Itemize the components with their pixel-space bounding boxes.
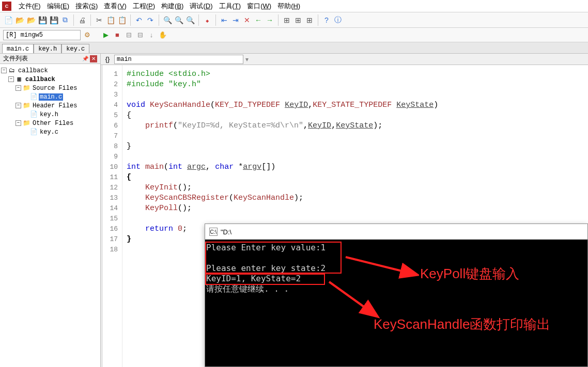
build-icon[interactable]: ⚙ (83, 30, 92, 40)
folder-icon: 📁 (22, 119, 30, 127)
tree-file[interactable]: 📄key.h (1, 110, 99, 119)
file-icon: 📄 (29, 110, 38, 118)
paste-icon[interactable]: 📋 (117, 15, 127, 25)
menu-b[interactable]: 构建(B) (158, 1, 187, 11)
menu-bar: C 文件(F)编辑(E)搜索(S)查看(V)工程(P)构建(B)调试(D)工具(… (0, 0, 588, 12)
nav1-icon[interactable]: ⇤ (219, 15, 229, 25)
project-icon: ▦ (15, 75, 23, 83)
menu-p[interactable]: 工程(P) (130, 1, 158, 11)
symbol-icon[interactable]: {} (103, 55, 112, 64)
annotation-box-1 (205, 242, 342, 274)
tree-file[interactable]: 📄key.c (1, 127, 99, 136)
file-tabs: main.ckey.hkey.c (0, 42, 588, 54)
file-tab[interactable]: key.c (61, 44, 89, 53)
console-body: Please Enter key value:1Please enter key… (205, 240, 587, 366)
bookmark-icon[interactable]: ⬥ (202, 15, 212, 25)
debug4-icon[interactable]: ✋ (158, 30, 167, 40)
info-icon[interactable]: ⓘ (333, 15, 343, 25)
file-icon: 📄 (29, 93, 38, 101)
nav3-icon[interactable]: ✕ (242, 15, 252, 25)
workspace-icon: 🗂 (8, 67, 16, 74)
menu-e[interactable]: 编辑(E) (44, 1, 72, 11)
collapse-icon[interactable]: − (1, 68, 7, 73)
undo-icon[interactable]: ↶ (134, 15, 144, 25)
replace-icon[interactable]: 🔍 (185, 15, 195, 25)
console-title-text: "D:\ (221, 228, 231, 236)
close-icon[interactable]: ✕ (90, 55, 97, 62)
collapse-icon[interactable]: − (16, 103, 21, 108)
menu-t[interactable]: 工具(T) (216, 1, 244, 11)
sidebar-title-label: 文件列表 (3, 54, 28, 63)
find-icon[interactable]: 🔍 (162, 15, 173, 25)
cut-icon[interactable]: ✂ (94, 15, 104, 25)
folder-icon: 📁 (22, 102, 30, 109)
tree-folder[interactable]: −📁Source Files (1, 84, 99, 92)
menu-s[interactable]: 搜索(S) (72, 1, 101, 11)
toolbar-main: 📄 📂 📂 💾 💾 ⧉ 🖨 ✂ 📋 📋 ↶ ↷ 🔍 🔍 🔍 ⬥ ⇤ ⇥ ✕ ← … (0, 12, 588, 28)
opt2-icon[interactable]: ⊞ (293, 15, 303, 25)
new-icon[interactable]: 📄 (3, 15, 13, 25)
console-window: C:\ "D:\ Please Enter key value:1Please … (205, 224, 588, 367)
find-next-icon[interactable]: 🔍 (174, 15, 184, 25)
menu-v[interactable]: 查看(V) (101, 1, 129, 11)
line-gutter: 123456789101112131415161718 (101, 65, 122, 367)
sidebar-title: 文件列表 📌 ✕ (0, 54, 100, 64)
file-icon: 📄 (29, 128, 38, 136)
tree-project[interactable]: − ▦ callback (1, 75, 99, 84)
app-logo: C (2, 2, 11, 11)
run-icon[interactable]: ▶ (101, 30, 111, 40)
annotation-box-2 (205, 274, 325, 285)
open-icon[interactable]: 📂 (14, 15, 25, 25)
opt1-icon[interactable]: ⊞ (282, 15, 292, 25)
copy-icon[interactable]: 📋 (105, 15, 116, 25)
symbol-bar: {} ▾ (101, 54, 588, 65)
opt3-icon[interactable]: ⊞ (304, 15, 315, 25)
collapse-icon[interactable]: − (16, 85, 21, 91)
debug2-icon[interactable]: ⊟ (135, 30, 145, 40)
tree-folder[interactable]: −📁Other Files (1, 119, 99, 127)
open-recent-icon[interactable]: 📂 (26, 15, 36, 25)
copy-all-icon[interactable]: ⧉ (60, 15, 70, 25)
console-icon: C:\ (209, 228, 218, 236)
debug3-icon[interactable]: ↓ (147, 30, 156, 40)
save-all-icon[interactable]: 💾 (49, 15, 59, 25)
tree-folder[interactable]: −📁Header Files (1, 101, 99, 110)
collapse-icon[interactable]: − (16, 120, 21, 126)
debug1-icon[interactable]: ⊟ (124, 30, 133, 40)
nav2-icon[interactable]: ⇥ (230, 15, 241, 25)
config-select[interactable] (3, 30, 81, 40)
annotation-text-1: KeyPoll键盘输入 (420, 265, 519, 283)
console-titlebar[interactable]: C:\ "D:\ (205, 224, 587, 240)
tree-file[interactable]: 📄main.c (1, 92, 99, 101)
file-tab[interactable]: main.c (2, 44, 34, 53)
console-line: 请按任意键继续. . . (205, 284, 587, 294)
toolbar-build: ⚙ ▶ ■ ⊟ ⊟ ↓ ✋ (0, 28, 588, 42)
print-icon[interactable]: 🖨 (77, 15, 87, 25)
menu-d[interactable]: 调试(D) (187, 1, 215, 11)
menu-f[interactable]: 文件(F) (16, 1, 44, 11)
annotation-text-2: KeyScanHandle函数打印输出 (374, 316, 570, 333)
save-icon[interactable]: 💾 (37, 15, 48, 25)
symbol-select[interactable] (114, 55, 243, 64)
back-icon[interactable]: ← (253, 15, 264, 25)
tree-root[interactable]: − 🗂 callback (1, 66, 99, 75)
collapse-icon[interactable]: − (8, 76, 14, 82)
sidebar: 文件列表 📌 ✕ − 🗂 callback − ▦ callback −📁Sou… (0, 54, 101, 367)
redo-icon[interactable]: ↷ (145, 15, 156, 25)
file-tree: − 🗂 callback − ▦ callback −📁Source Files… (0, 64, 100, 138)
menu-h[interactable]: 帮助(H) (274, 1, 303, 11)
menu-w[interactable]: 窗口(W) (244, 1, 274, 11)
pin-icon[interactable]: 📌 (82, 55, 89, 62)
help-icon[interactable]: ? (321, 15, 332, 25)
forward-icon[interactable]: → (265, 15, 275, 25)
stop-icon[interactable]: ■ (113, 30, 122, 40)
file-tab[interactable]: key.h (34, 44, 61, 53)
folder-icon: 📁 (22, 84, 30, 92)
